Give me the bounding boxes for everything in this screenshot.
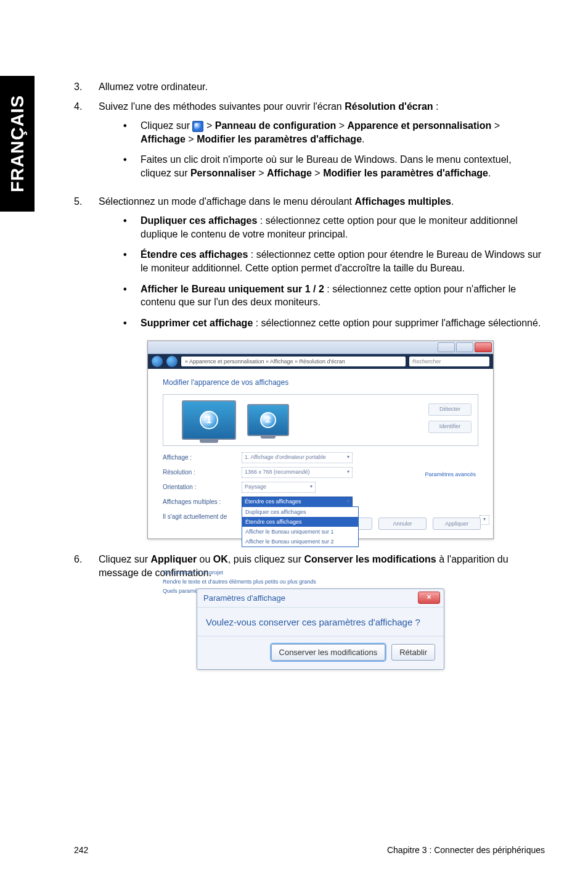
panel-heading: Modifier l'apparence de vos affichages (163, 377, 478, 387)
chevron-down-icon: ▾ (310, 484, 312, 490)
bold: Modifier les paramètres d'affichage (323, 168, 488, 178)
list-number-3: 3. (74, 80, 99, 94)
apply-button[interactable]: Appliquer (433, 518, 481, 530)
bullet-icon: • (123, 119, 141, 146)
page-number: 242 (74, 845, 88, 855)
cancel-button[interactable]: Annuler (378, 518, 427, 530)
revert-button[interactable]: Rétablir (391, 644, 435, 661)
dropdown-option[interactable]: Dupliquer ces affichages (242, 507, 358, 517)
back-button-icon[interactable] (152, 356, 163, 367)
text: Suivez l'une des méthodes suivantes pour… (99, 101, 345, 112)
dropdown-option[interactable]: Afficher le Bureau uniquement sur 1 (242, 527, 358, 537)
orientation-label: Orientation : (163, 483, 237, 492)
chevron-down-icon: ▾ (347, 454, 349, 461)
list-number-4: 4. (74, 100, 99, 188)
bold: Affichage (267, 168, 312, 178)
bold: Résolution d'écran (345, 101, 433, 112)
search-input[interactable]: Rechercher (409, 357, 489, 366)
window-titlebar (148, 341, 493, 354)
text: > (203, 120, 214, 131)
page-content: 3. Allumez votre ordinateur. 4. Suivez l… (74, 80, 542, 676)
bullet-icon: • (123, 316, 141, 330)
text: > (312, 168, 323, 178)
text: . (362, 134, 364, 144)
keep-changes-button[interactable]: Conserver les modifications (271, 644, 386, 661)
multi-display-dropdown: Dupliquer ces affichages Étendre ces aff… (242, 506, 359, 548)
dialog-body: Voulez-vous conserver ces paramètres d'a… (197, 608, 444, 632)
bold: Étendre ces affichages (141, 249, 248, 260)
text: . (451, 196, 454, 207)
bold: Panneau de configuration (215, 120, 336, 131)
bold: Affichage (141, 134, 186, 144)
bullet-icon: • (123, 283, 141, 309)
chevron-down-icon: ▾ (347, 498, 349, 505)
maximize-button[interactable] (456, 342, 473, 352)
bold: Personnaliser (190, 168, 256, 178)
dialog-title: Paramètres d'affichage × (197, 589, 444, 608)
select-value: Étendre ces affichages (245, 498, 301, 505)
bold: Dupliquer ces affichages (141, 215, 257, 226)
bold: Apparence et personnalisation (347, 120, 491, 131)
bullet-icon: • (123, 214, 141, 241)
item-5-option-2: Étendre ces affichages : sélectionnez ce… (141, 248, 542, 274)
multi-display-label: Affichages multiples : (163, 498, 237, 506)
item-4-intro: Suivez l'une des méthodes suivantes pour… (99, 100, 542, 113)
detect-button[interactable]: Détecter (428, 403, 472, 416)
item-4-bullet-2: Faites un clic droit n'importe où sur le… (141, 153, 542, 179)
bullet-icon: • (123, 248, 141, 274)
item-5-option-1: Dupliquer ces affichages : sélectionnez … (141, 214, 542, 241)
item-4-bullet-1: Cliquez sur > Panneau de configuration >… (141, 119, 542, 146)
text: . (488, 168, 491, 178)
item-5-intro: Sélectionnez un mode d'affichage dans le… (99, 195, 542, 208)
text: > (186, 134, 197, 144)
breadcrumb[interactable]: « Apparence et personnalisation » Affich… (181, 357, 406, 366)
language-side-tab: FRANÇAIS (0, 76, 35, 212)
close-button[interactable]: × (418, 592, 440, 604)
monitor-preview: 1 2 Détecter Identifier (163, 394, 478, 446)
bullet-icon: • (123, 153, 141, 179)
window-controls (438, 342, 492, 352)
address-bar: « Apparence et personnalisation » Affich… (148, 354, 493, 369)
bold: Affichages multiples (355, 196, 451, 207)
list-number-5: 5. (74, 195, 99, 540)
chapter-title: Chapitre 3 : Connecter des périphériques (387, 845, 545, 855)
item-3-text: Allumez votre ordinateur. (99, 80, 542, 94)
dropdown-option-selected[interactable]: Étendre ces affichages (242, 517, 358, 527)
monitor-1-icon[interactable]: 1 (182, 400, 236, 440)
page-footer: 242 Chapitre 3 : Connecter des périphéri… (74, 845, 545, 855)
forward-button-icon[interactable] (166, 356, 178, 367)
identify-button[interactable]: Identifier (428, 421, 472, 433)
windows-start-icon (192, 121, 203, 132)
chevron-down-icon: ▾ (347, 469, 349, 476)
monitor-2-icon[interactable]: 2 (247, 404, 289, 436)
text: Cliquez sur (141, 120, 192, 131)
text: > (256, 168, 267, 178)
advanced-settings-link[interactable]: Paramètres avancés (425, 471, 476, 478)
text: : (433, 101, 439, 112)
close-button[interactable] (475, 342, 492, 352)
item-5-option-3: Afficher le Bureau uniquement sur 1 / 2 … (141, 283, 542, 309)
dropdown-option[interactable]: Afficher le Bureau uniquement sur 2 (242, 537, 358, 547)
select-value: 1366 x 768 (recommandé) (245, 468, 310, 476)
dialog-title-text: Paramètres d'affichage (203, 593, 285, 603)
resolution-label: Résolution : (163, 468, 237, 477)
minimize-button[interactable] (438, 342, 455, 352)
text: > (336, 120, 347, 131)
monitor-2-number: 2 (260, 412, 276, 428)
list-number-6: 6. (74, 553, 99, 670)
display-select[interactable]: 1. Affichage d'ordinateur portable▾ (242, 452, 353, 463)
orientation-select[interactable]: Paysage▾ (242, 482, 316, 493)
screenshot-confirm-dialog: Paramètres d'affichage × Voulez-vous con… (197, 588, 444, 670)
display-label: Affichage : (163, 453, 237, 462)
item-5-option-4: Supprimer cet affichage : sélectionnez c… (141, 316, 542, 330)
text: Cliquez sur (99, 554, 150, 564)
select-value: 1. Affichage d'ordinateur portable (245, 453, 326, 461)
select-value: Paysage (245, 483, 266, 490)
monitor-1-number: 1 (200, 411, 218, 429)
help-link[interactable]: Se connecter à un projet (163, 569, 478, 576)
screenshot-display-settings: « Apparence et personnalisation » Affich… (147, 340, 494, 539)
resolution-select[interactable]: 1366 x 768 (recommandé)▾ (242, 467, 353, 478)
help-link[interactable]: Rendre le texte et d'autres éléments plu… (163, 578, 478, 585)
text: : sélectionnez cette option pour supprim… (253, 318, 541, 328)
language-tab-label: FRANÇAIS (7, 95, 28, 192)
